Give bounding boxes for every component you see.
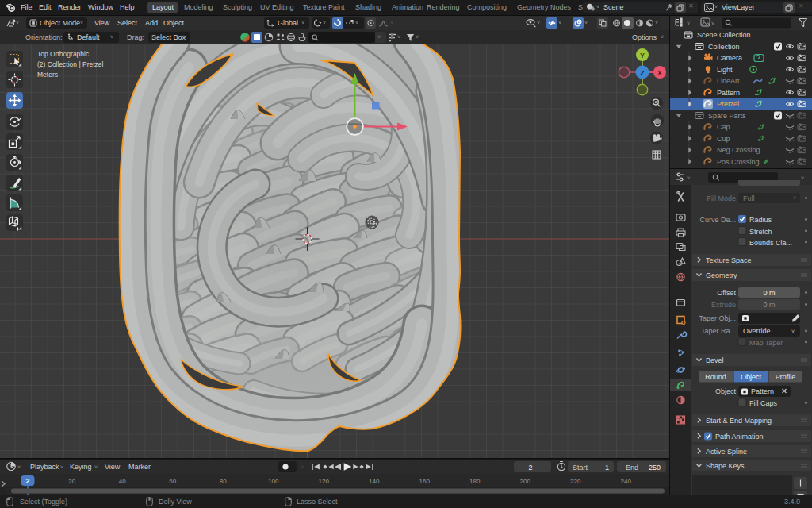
svg-text:Object: Object (715, 387, 737, 395)
svg-text:Start: Start (573, 464, 588, 471)
svg-text:Full: Full (743, 194, 755, 202)
svg-text:60: 60 (169, 478, 176, 485)
svg-text:80: 80 (220, 478, 227, 485)
svg-text:180: 180 (469, 478, 481, 485)
svg-text:˅: ˅ (687, 175, 690, 181)
svg-text:250: 250 (649, 464, 661, 471)
svg-text:˅: ˅ (791, 329, 795, 334)
svg-text:Path Animation: Path Animation (715, 433, 764, 441)
svg-text:Stretch: Stretch (749, 228, 772, 236)
svg-text:120: 120 (319, 478, 330, 485)
svg-text:Radius: Radius (749, 216, 772, 224)
svg-text:Curve De...: Curve De... (699, 216, 736, 224)
svg-text:0 m: 0 m (763, 289, 775, 297)
svg-text:Extrude: Extrude (711, 301, 736, 309)
svg-text:Scene Collection: Scene Collection (697, 31, 751, 39)
svg-text:Z: Z (640, 69, 645, 77)
svg-text:Taper Ra...: Taper Ra... (701, 327, 736, 335)
svg-text:2: 2 (528, 464, 532, 471)
svg-text:40: 40 (119, 478, 126, 485)
svg-text:Fill Caps: Fill Caps (749, 399, 778, 407)
svg-text:Neg Crossing: Neg Crossing (717, 146, 760, 154)
svg-text:220: 220 (570, 478, 581, 485)
svg-text:Camera: Camera (717, 54, 742, 62)
svg-text:˅: ˅ (711, 21, 714, 26)
svg-text:200: 200 (520, 478, 531, 485)
svg-text:Spare Parts: Spare Parts (708, 112, 746, 120)
svg-text:End: End (626, 464, 638, 471)
svg-text:Fill Mode: Fill Mode (707, 194, 736, 202)
svg-text:Map Taper: Map Taper (749, 339, 783, 347)
svg-text:0 m: 0 m (763, 301, 775, 309)
svg-text:Pretzel: Pretzel (717, 100, 739, 108)
svg-text:Light: Light (717, 66, 733, 74)
svg-text:Keying: Keying (70, 463, 92, 471)
svg-text:˅: ˅ (687, 21, 690, 26)
svg-text:X: X (657, 69, 662, 77)
svg-text:˅: ˅ (793, 195, 796, 201)
svg-text:Override: Override (743, 327, 771, 335)
svg-text:Taper Obj...: Taper Obj... (699, 314, 736, 322)
svg-text:Collection: Collection (708, 43, 740, 51)
svg-text:View: View (105, 463, 121, 471)
svg-text:100: 100 (268, 478, 279, 485)
svg-text:Offset: Offset (717, 289, 736, 297)
svg-text:2: 2 (25, 477, 29, 485)
svg-text:20: 20 (68, 478, 75, 485)
svg-text:˅: ˅ (17, 464, 21, 470)
svg-text:˅: ˅ (94, 464, 98, 470)
svg-text:240: 240 (621, 478, 632, 485)
svg-text:Start & End Mapping: Start & End Mapping (706, 417, 772, 425)
svg-text:140: 140 (369, 478, 380, 485)
svg-text:Cap: Cap (717, 123, 730, 131)
svg-text:˅: ˅ (301, 464, 304, 470)
svg-text:˅: ˅ (801, 175, 804, 181)
svg-text:Object: Object (741, 373, 762, 381)
svg-text:Round: Round (705, 373, 726, 381)
svg-text:Bevel: Bevel (706, 356, 724, 364)
svg-text:Active Spline: Active Spline (706, 448, 747, 456)
svg-text:Pattern: Pattern (717, 89, 740, 97)
svg-text:Playback: Playback (30, 463, 59, 471)
svg-text:Texture Space: Texture Space (706, 256, 752, 264)
svg-text:Profile: Profile (776, 373, 796, 381)
svg-text:160: 160 (419, 478, 431, 485)
svg-text:Shape Keys: Shape Keys (706, 462, 745, 470)
svg-text:1: 1 (605, 464, 609, 471)
svg-text:Marker: Marker (128, 463, 151, 471)
svg-text:Cup: Cup (717, 135, 730, 143)
svg-text:˅: ˅ (60, 464, 63, 470)
svg-text:LineArt: LineArt (717, 77, 740, 85)
svg-text:Y: Y (640, 52, 645, 60)
svg-text:Pattern: Pattern (751, 387, 774, 395)
svg-text:Bounds Cla...: Bounds Cla... (749, 239, 792, 247)
svg-text:Pos Crossing: Pos Crossing (717, 158, 760, 166)
svg-text:Geometry: Geometry (706, 271, 737, 279)
